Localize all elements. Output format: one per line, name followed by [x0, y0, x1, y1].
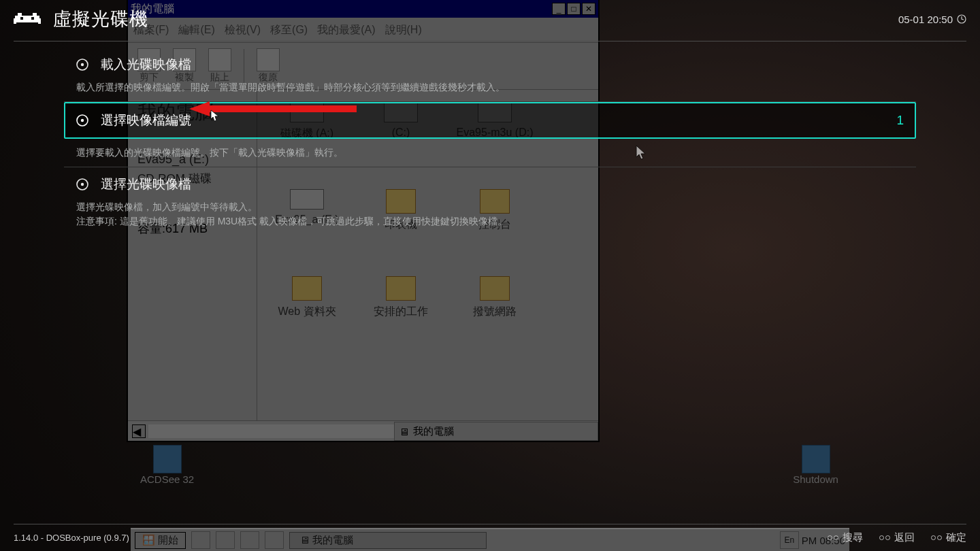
menu-list: 載入光碟映像檔 載入所選擇的映像檔編號。開啟「當選單開啟時暫停遊戲」時部分核心須… — [64, 48, 916, 235]
menu-item-sublabel: 選擇光碟映像檔，加入到編號中等待載入。 注意事項: 這是舊功能。建議使用 M3U… — [76, 200, 904, 229]
desktop-icon-shutdown: Shutdown — [793, 445, 838, 485]
clock: 05-01 20:50 — [898, 14, 966, 25]
svg-point-13 — [81, 183, 84, 186]
page-title: 虛擬光碟機 — [53, 7, 148, 31]
menu-item-load-disc[interactable]: 載入光碟映像檔 載入所選擇的映像檔編號。開啟「當選單開啟時暫停遊戲」時部分核心須… — [64, 48, 916, 102]
svg-rect-4 — [38, 18, 41, 24]
svg-rect-1 — [18, 13, 22, 16]
desktop-icon-acdsee: ACDSee 32 — [140, 445, 194, 485]
menu-item-sublabel: 載入所選擇的映像檔編號。開啟「當選單開啟時暫停遊戲」時部分核心須等到繼續遊戲後幾… — [76, 80, 904, 95]
menu-header: 虛擬光碟機 05-01 20:50 — [14, 7, 966, 41]
menu-item-sublabel: 選擇要載入的光碟映像檔編號。按下「載入光碟映像檔」執行。 — [76, 146, 904, 160]
disc-icon — [76, 114, 88, 127]
hint-back[interactable]: 返回 — [879, 531, 915, 544]
hint-search[interactable]: 搜尋 — [828, 531, 863, 544]
svg-rect-6 — [31, 17, 34, 20]
menu-item-select-image[interactable]: 選擇光碟映像檔 選擇光碟映像檔，加入到編號中等待載入。 注意事項: 這是舊功能。… — [64, 167, 916, 235]
footer-bar: 1.14.0 - DOSBox-pure (0.9.7) 搜尋 返回 確定 — [14, 524, 966, 544]
menu-item-label: 選擇映像檔編號 — [101, 112, 191, 129]
disc-icon — [76, 59, 88, 71]
svg-rect-5 — [20, 17, 23, 20]
disc-icon — [76, 178, 88, 190]
svg-point-11 — [81, 119, 84, 122]
svg-point-9 — [81, 63, 84, 66]
clock-icon — [957, 14, 966, 24]
menu-item-label: 選擇光碟映像檔 — [101, 176, 191, 193]
gamepad-icon — [879, 533, 890, 544]
gamepad-icon — [828, 533, 838, 544]
menu-item-label: 載入光碟映像檔 — [101, 56, 191, 73]
svg-rect-2 — [33, 13, 37, 16]
menu-item-select-index[interactable]: 選擇映像檔編號 1 — [64, 102, 916, 139]
svg-rect-0 — [15, 16, 39, 22]
win95-statusbar: 🖥我的電腦 — [394, 422, 598, 441]
version-label: 1.14.0 - DOSBox-pure (0.9.7) — [14, 533, 129, 543]
menu-item-value: 1 — [896, 113, 904, 128]
hint-ok[interactable]: 確定 — [931, 531, 966, 544]
retroarch-icon — [14, 10, 41, 28]
svg-rect-3 — [14, 18, 16, 24]
gamepad-icon — [931, 533, 942, 544]
